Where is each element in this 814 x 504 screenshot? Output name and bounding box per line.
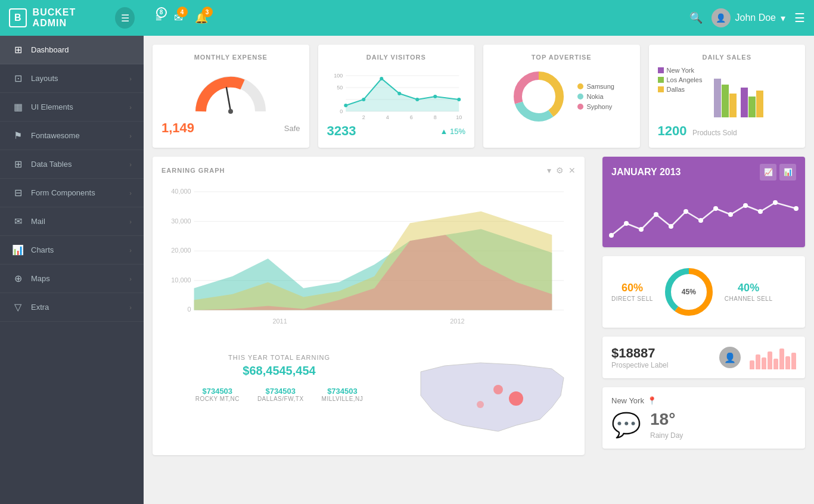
prospective-avatar: 👤 xyxy=(719,347,741,368)
svg-text:50: 50 xyxy=(337,85,343,91)
svg-point-51 xyxy=(639,227,644,232)
svg-text:10: 10 xyxy=(456,114,462,120)
sidebar-item-ui-elements[interactable]: ▦ UI Elements › xyxy=(0,93,144,122)
sidebar-item-maps[interactable]: ⊕ Maps › xyxy=(0,265,144,293)
svg-point-59 xyxy=(758,209,763,214)
daily-visitors-title: DAILY VISITORS xyxy=(327,54,466,61)
prospective-card: $18887 Prospective Label 👤 xyxy=(602,337,805,378)
hamburger-right-button[interactable]: ☰ xyxy=(794,11,805,25)
monthly-expense-value: 1,149 xyxy=(161,120,194,136)
loc3-amount: $734503 xyxy=(322,387,363,396)
svg-point-47 xyxy=(509,391,523,406)
svg-rect-26 xyxy=(722,85,729,117)
daily-sales-card: DAILY SALES New York Los Angeles xyxy=(649,45,806,148)
visitors-chart: 100 50 0 2 4 6 8 10 xyxy=(327,67,466,120)
channel-sell-percent: 40% xyxy=(725,282,773,294)
daily-sales-value: 1200 xyxy=(658,123,687,138)
monthly-expense-card: MONTHLY EXPENSE 1,149 Safe xyxy=(153,45,309,148)
earning-graph-close-icon[interactable]: ✕ xyxy=(568,166,576,175)
svg-rect-27 xyxy=(729,94,737,117)
svg-point-48 xyxy=(477,401,484,408)
user-dropdown-icon: ▾ xyxy=(781,13,785,24)
january-title: JANUARY 2013 xyxy=(611,167,681,178)
mail-badge: 4 xyxy=(177,7,188,17)
svg-point-53 xyxy=(669,224,673,229)
svg-point-15 xyxy=(344,104,347,107)
form-components-chevron: › xyxy=(129,189,132,197)
header-nav: ≡ 8 ✉ 4 🔔 3 xyxy=(144,11,689,24)
nav-mail-icon-wrap[interactable]: ✉ 4 xyxy=(174,11,183,24)
brand-icon: B xyxy=(9,8,27,27)
svg-point-19 xyxy=(415,98,419,101)
svg-point-1 xyxy=(228,109,233,114)
svg-rect-25 xyxy=(714,79,721,117)
sidebar-item-layouts[interactable]: ⊡ Layouts › xyxy=(0,64,144,93)
weather-card: New York 📍 💬 18° Rainy Day xyxy=(602,387,805,449)
channel-sell-stat: 40% CHANNEL SELL xyxy=(725,282,773,302)
stats-row: MONTHLY EXPENSE 1,149 Safe xyxy=(153,45,805,148)
extra-chevron: › xyxy=(129,304,132,311)
svg-point-58 xyxy=(743,203,748,208)
earning-graph-settings-icon[interactable]: ⚙ xyxy=(556,166,564,175)
sidebar-item-data-tables[interactable]: ⊞ Data Tables › xyxy=(0,150,144,179)
sidebar-label-dashboard: Dashboard xyxy=(31,45,69,54)
sidebar-item-form-components[interactable]: ⊟ Form Components › xyxy=(0,179,144,207)
svg-text:8: 8 xyxy=(433,114,436,120)
nav-menu-icon-wrap[interactable]: ≡ 8 xyxy=(156,12,162,24)
svg-rect-28 xyxy=(741,88,748,117)
weather-description: Rainy Day xyxy=(650,431,683,440)
svg-text:2: 2 xyxy=(362,114,365,120)
weather-city: New York xyxy=(611,396,644,405)
sell-donut-center: 45% xyxy=(682,288,696,296)
svg-text:6: 6 xyxy=(409,114,412,120)
location-pin-icon: 📍 xyxy=(647,396,657,405)
brand-title: BUCKET ADMIN xyxy=(33,7,106,29)
nav-bell-icon-wrap[interactable]: 🔔 3 xyxy=(195,11,208,24)
fontawesome-chevron: › xyxy=(129,132,132,139)
sidebar-item-dashboard[interactable]: ⊞ Dashboard xyxy=(0,36,144,64)
donut-container: Samsung Nokia Syphony xyxy=(492,67,631,126)
layouts-icon: ⊡ xyxy=(12,73,24,84)
menu-badge: 8 xyxy=(156,7,167,18)
gauge-container xyxy=(161,67,300,114)
top-advertise-card: TOP ADVERTISE Samsung xyxy=(483,45,640,148)
header-right: 🔍 👤 John Doe ▾ ☰ xyxy=(689,8,806,27)
channel-sell-label: CHANNEL SELL xyxy=(725,295,773,302)
dashboard-icon: ⊞ xyxy=(12,44,24,55)
svg-text:100: 100 xyxy=(334,73,343,79)
prospective-amount: $18887 xyxy=(611,346,710,361)
january-chart xyxy=(602,188,805,247)
header: B BUCKET ADMIN ☰ ≡ 8 ✉ 4 🔔 3 🔍 👤 John Do… xyxy=(0,0,814,36)
jan-chart-icon[interactable]: 📈 xyxy=(760,164,776,181)
search-button[interactable]: 🔍 xyxy=(689,11,703,24)
loc2-name: DALLAS/FW,TX xyxy=(257,396,304,402)
jan-bar-icon[interactable]: 📊 xyxy=(779,164,796,181)
sidebar-label-mail: Mail xyxy=(31,217,45,226)
daily-visitors-card: DAILY VISITORS 100 50 0 2 4 6 8 10 xyxy=(318,45,475,148)
svg-point-18 xyxy=(397,92,401,95)
svg-point-46 xyxy=(493,385,503,394)
mail-chevron: › xyxy=(129,218,132,225)
earning-graph-title: EARNING GRAPH xyxy=(161,167,225,174)
svg-point-54 xyxy=(683,209,688,214)
maps-icon: ⊕ xyxy=(12,273,24,284)
content-row: EARNING GRAPH ▾ ⚙ ✕ 40,000 30,000 20,000… xyxy=(153,157,805,464)
username: John Doe xyxy=(735,13,776,23)
svg-text:2011: 2011 xyxy=(272,318,287,325)
content-left: EARNING GRAPH ▾ ⚙ ✕ 40,000 30,000 20,000… xyxy=(153,157,585,464)
form-components-icon: ⊟ xyxy=(12,187,24,198)
sidebar-item-fontawesome[interactable]: ⚑ Fontawesome › xyxy=(0,122,144,150)
total-earning-amount: $68,4545,454 xyxy=(161,364,397,378)
charts-icon: 📊 xyxy=(12,244,24,256)
earning-graph-collapse-icon[interactable]: ▾ xyxy=(547,166,551,175)
sidebar-item-charts[interactable]: 📊 Charts › xyxy=(0,236,144,265)
daily-sales-label: Products Sold xyxy=(692,129,737,137)
menu-toggle-button[interactable]: ☰ xyxy=(115,7,135,29)
sidebar-item-mail[interactable]: ✉ Mail › xyxy=(0,207,144,236)
user-info[interactable]: 👤 John Doe ▾ xyxy=(712,8,786,27)
earning-area-chart: 40,000 30,000 20,000 10,000 0 2011 20 xyxy=(161,181,576,348)
us-map xyxy=(409,354,576,443)
svg-point-52 xyxy=(654,212,658,217)
svg-point-50 xyxy=(624,221,629,226)
sidebar-item-extra[interactable]: ▽ Extra › xyxy=(0,293,144,322)
